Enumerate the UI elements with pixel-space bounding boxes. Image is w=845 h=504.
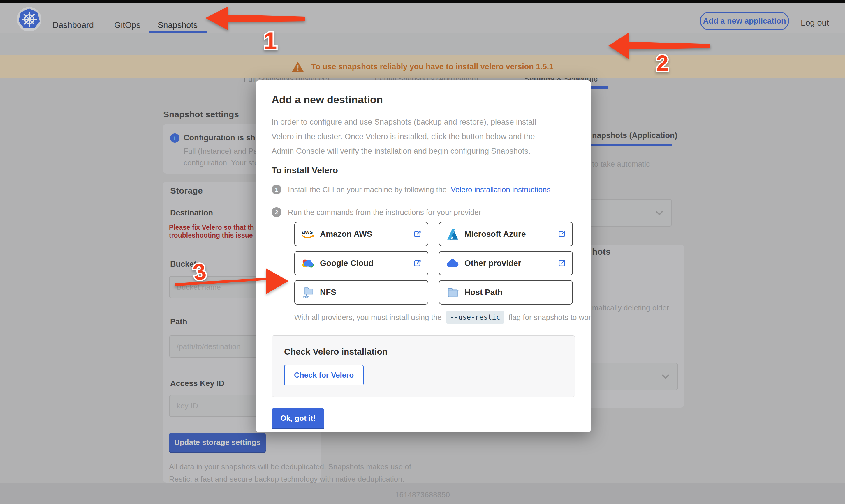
info-card-line2: configuration. Your stor <box>183 158 261 167</box>
ok-got-it-button[interactable]: Ok, got it! <box>271 409 324 428</box>
provider-nfs-button[interactable]: NFS <box>294 280 428 305</box>
nav-item-snapshots[interactable]: Snapshots <box>158 20 197 30</box>
schedule-helper-text: to take automatic <box>592 160 650 168</box>
annotation-number-3: 3 <box>191 258 208 285</box>
cloud-icon <box>446 256 459 270</box>
external-link-icon <box>413 230 421 238</box>
chevron-down-icon <box>661 372 670 381</box>
aws-icon: aws <box>301 228 315 241</box>
warning-banner-text: To use snapshots reliably you have to in… <box>312 62 553 71</box>
external-link-icon <box>413 259 421 267</box>
svg-text:aws: aws <box>302 229 313 235</box>
restic-note-after: flag for snapshots to work. <box>508 313 591 322</box>
google-cloud-icon <box>301 256 315 270</box>
storage-heading: Storage <box>170 186 203 196</box>
annotation-number-2: 2 <box>656 51 668 75</box>
path-label: Path <box>170 317 187 326</box>
page-title: Snapshot settings <box>163 109 239 119</box>
step-1-text: Install the CLI on your machine by follo… <box>288 185 447 194</box>
provider-label: Microsoft Azure <box>464 230 526 239</box>
annotation-arrow-3: 3 <box>171 253 293 300</box>
info-card-title: Configuration is sh <box>183 133 255 142</box>
azure-icon <box>446 228 459 241</box>
annotation-arrow-1: 1 <box>203 3 310 54</box>
destination-label: Destination <box>170 209 213 217</box>
provider-amazon-aws-button[interactable]: aws Amazon AWS <box>294 222 428 246</box>
right-tab-partial-snapshots[interactable]: napshots (Application) <box>592 131 677 140</box>
annotation-number-1: 1 <box>264 28 277 54</box>
info-icon: i <box>170 133 179 143</box>
provider-label: Host Path <box>464 288 503 297</box>
nfs-folder-icon <box>301 286 315 299</box>
velero-error-line2: troubleshooting this issue <box>169 232 253 239</box>
footer-timestamp: 1614873688850 <box>0 490 845 499</box>
add-destination-modal: Add a new destination In order to config… <box>256 80 591 432</box>
provider-grid: aws Amazon AWS Microsoft Azure <box>294 222 575 305</box>
update-storage-settings-button[interactable]: Update storage settings <box>169 433 266 452</box>
active-nav-underline <box>149 31 207 33</box>
info-card-line1: Full (Instance) and Parti <box>183 147 264 156</box>
velero-instructions-link[interactable]: Velero installation instructions <box>451 185 551 194</box>
install-step-1: 1 Install the CLI on your machine by fol… <box>271 185 575 195</box>
install-velero-heading: To install Velero <box>271 165 575 175</box>
kubernetes-logo-icon <box>16 6 42 32</box>
check-velero-card: Check Velero installation Check for Vele… <box>271 336 575 397</box>
restic-note-before: With all providers, you must install usi… <box>294 313 442 322</box>
modal-intro-text: In order to configure and use Snapshots … <box>271 115 547 158</box>
chevron-down-icon <box>654 208 664 218</box>
velero-error-line1: Please fix Velero so that th <box>169 223 254 232</box>
step-2-badge: 2 <box>271 207 281 217</box>
step-1-badge: 1 <box>271 185 281 195</box>
modal-title: Add a new destination <box>271 94 575 106</box>
warning-icon <box>292 61 304 72</box>
restic-note: With all providers, you must install usi… <box>294 311 575 324</box>
provider-label: Other provider <box>464 258 521 268</box>
use-restic-flag-code: --use-restic <box>446 311 504 324</box>
step-2-text: Run the commands from the instructions f… <box>288 208 481 217</box>
provider-label: Google Cloud <box>320 258 373 268</box>
provider-label: Amazon AWS <box>320 230 372 239</box>
select-divider <box>655 368 655 385</box>
annotation-arrow-2: 2 <box>606 28 732 78</box>
retention-heading: hots <box>592 247 611 257</box>
external-link-icon <box>558 230 566 238</box>
access-key-label: Access Key ID <box>170 379 224 388</box>
nav-item-gitops[interactable]: GitOps <box>114 20 140 30</box>
external-link-icon <box>558 259 566 267</box>
check-for-velero-button[interactable]: Check for Velero <box>284 365 364 385</box>
provider-google-cloud-button[interactable]: Google Cloud <box>294 251 428 275</box>
dedup-note-line2: Restic, a fast and secure backup technol… <box>169 474 404 484</box>
provider-microsoft-azure-button[interactable]: Microsoft Azure <box>439 222 573 246</box>
check-velero-heading: Check Velero installation <box>284 347 563 357</box>
retention-helper-text: matically deleting older <box>592 303 669 312</box>
provider-other-button[interactable]: Other provider <box>439 251 573 275</box>
dedup-note-line1: All data in your snapshots will be dedup… <box>169 462 411 471</box>
provider-host-path-button[interactable]: Host Path <box>439 280 573 305</box>
nav-item-dashboard[interactable]: Dashboard <box>52 20 94 30</box>
install-step-2: 2 Run the commands from the instructions… <box>271 207 575 217</box>
provider-label: NFS <box>320 288 336 297</box>
select-divider <box>649 204 649 221</box>
os-status-bar <box>0 0 845 3</box>
folder-icon <box>446 286 459 299</box>
logout-link[interactable]: Log out <box>801 18 829 28</box>
